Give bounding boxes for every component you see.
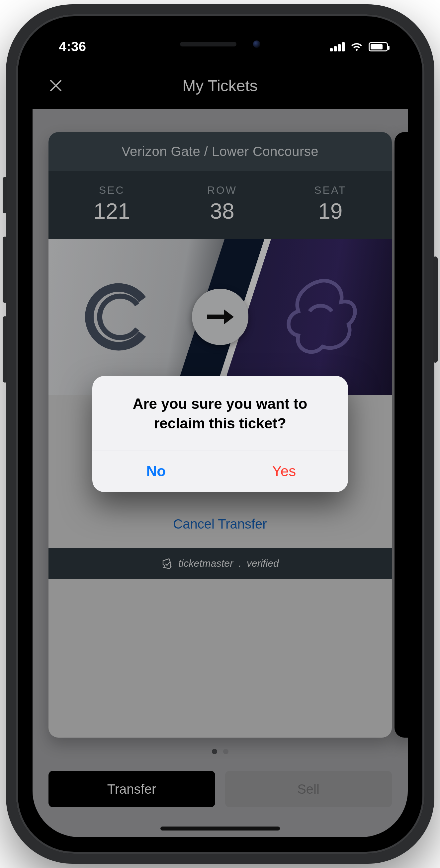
- page-dot-2: [223, 749, 229, 754]
- page-title: My Tickets: [182, 76, 258, 95]
- phone-frame: 4:36: [6, 4, 434, 864]
- transfer-button[interactable]: Transfer: [49, 771, 215, 807]
- section-value: 121: [94, 198, 130, 224]
- front-camera: [253, 40, 260, 48]
- section-col: SEC 121: [94, 184, 130, 224]
- verified-brand: ticketmaster: [178, 558, 233, 569]
- volume-down-button: [3, 316, 7, 382]
- battery-icon: [369, 42, 388, 52]
- mute-switch: [3, 177, 7, 213]
- alert-no-button[interactable]: No: [92, 450, 220, 492]
- ticket-check-icon: [161, 557, 173, 569]
- seat-info-row: SEC 121 ROW 38 SEAT 19: [49, 171, 392, 239]
- close-button[interactable]: [46, 76, 66, 96]
- away-team-logo-icon: [75, 274, 162, 360]
- close-icon: [48, 77, 64, 94]
- seat-value: 19: [314, 198, 346, 224]
- verified-separator: .: [239, 558, 241, 569]
- row-label: ROW: [207, 184, 237, 196]
- speaker-grille: [180, 42, 236, 46]
- sell-button[interactable]: Sell: [225, 771, 392, 807]
- verified-word: verified: [247, 558, 279, 569]
- page-dot-1: [212, 749, 217, 754]
- power-button: [433, 256, 438, 363]
- matchup-hero: [49, 239, 392, 395]
- row-value: 38: [207, 198, 237, 224]
- wifi-icon: [351, 42, 363, 52]
- section-label: SEC: [94, 184, 130, 196]
- seat-col: SEAT 19: [314, 184, 346, 224]
- transfer-direction-badge: [192, 289, 248, 345]
- screen: 4:36: [33, 31, 408, 837]
- status-time: 4:36: [59, 39, 86, 54]
- arrow-right-icon: [205, 305, 235, 329]
- volume-up-button: [3, 237, 7, 303]
- seat-label: SEAT: [314, 184, 346, 196]
- cancel-transfer-link[interactable]: Cancel Transfer: [49, 497, 392, 548]
- cellular-signal-icon: [330, 42, 345, 52]
- bottom-action-bar: Transfer Sell: [49, 771, 392, 807]
- home-indicator[interactable]: [160, 827, 280, 831]
- alert-title: Are you sure you want to reclaim this ti…: [92, 376, 348, 450]
- row-col: ROW 38: [207, 184, 237, 224]
- nav-bar: My Tickets: [33, 62, 408, 109]
- alert-yes-button[interactable]: Yes: [220, 450, 348, 492]
- verified-bar: ticketmaster . verified: [49, 548, 392, 579]
- gate-label: Verizon Gate / Lower Concourse: [49, 132, 392, 171]
- notch: [134, 31, 306, 57]
- confirm-reclaim-alert: Are you sure you want to reclaim this ti…: [92, 376, 348, 492]
- page-indicator: [33, 749, 408, 754]
- home-team-logo-icon: [272, 271, 365, 363]
- next-ticket-peek[interactable]: [394, 132, 408, 738]
